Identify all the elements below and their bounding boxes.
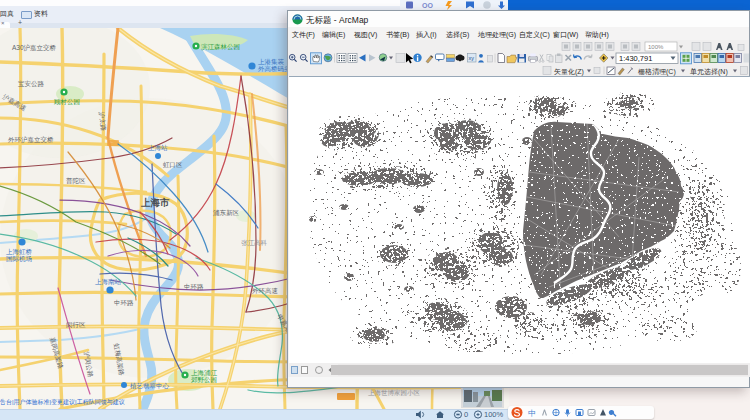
svg-text:单元选择(N): 单元选择(N) [690,68,728,76]
svg-text:外环高速: 外环高速 [252,287,278,294]
svg-text:OO: OO [422,2,433,9]
svg-text:普陀区: 普陀区 [66,177,86,185]
svg-text:0: 0 [464,410,468,419]
svg-text:上海世博家园小区: 上海世博家园小区 [368,389,421,397]
svg-text:上海市: 上海市 [140,197,170,208]
svg-text:张江高科: 张江高科 [241,239,268,247]
svg-text:国际机场: 国际机场 [6,255,32,263]
svg-text:闵行区: 闵行区 [66,321,86,329]
svg-text:中环路: 中环路 [184,283,204,291]
svg-text:滨江森林公园: 滨江森林公园 [201,43,240,51]
svg-text:宝安公路: 宝安公路 [18,80,45,88]
svg-text:虹口区: 虹口区 [163,161,183,169]
svg-text:告台|用户体验标准|变更建议|工程队回馈与建议: 告台|用户体验标准|变更建议|工程队回馈与建议 [0,398,125,406]
svg-text:中环路: 中环路 [114,299,134,307]
svg-text:栅格清理(C): 栅格清理(C) [638,68,676,76]
svg-text:100%: 100% [484,410,504,419]
svg-text:上海站: 上海站 [148,144,168,152]
svg-text:顾村公园: 顾村公园 [54,98,80,106]
svg-text:100%: 100% [648,44,664,50]
svg-text:上海南站: 上海南站 [95,278,122,286]
svg-text:矢量化(Z): 矢量化(Z) [554,68,584,76]
svg-text:A30沪嘉立交桥: A30沪嘉立交桥 [12,44,57,52]
svg-text:浦东新区: 浦东新区 [213,209,240,217]
svg-text:郊野公园: 郊野公园 [191,376,217,383]
svg-text:植艺翡翠中心: 植艺翡翠中心 [130,382,170,390]
svg-text:外环沪嘉立交桥: 外环沪嘉立交桥 [8,136,54,144]
svg-text:xy: xy [469,55,475,61]
svg-text:中: 中 [528,409,536,418]
svg-text:1:430,791: 1:430,791 [619,54,652,63]
